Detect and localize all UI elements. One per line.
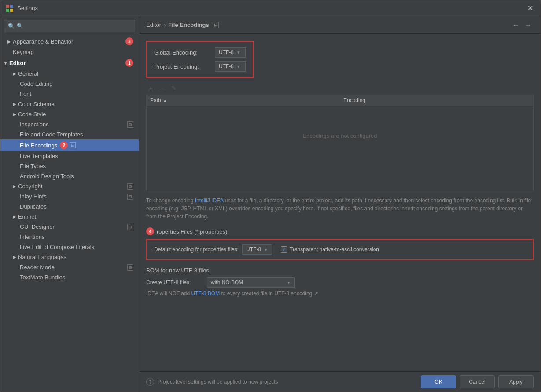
encoding-settings-box: Global Encoding: UTF-8 ▼ Project Encodin… [146, 41, 254, 78]
sidebar-item-label: Code Editing [20, 81, 52, 87]
sidebar-item-label: File Types [20, 163, 46, 169]
properties-encoding-dropdown[interactable]: UTF-8 ▼ [242, 244, 272, 255]
bom-info-text: IDEA will NOT add [146, 290, 191, 297]
edit-button[interactable]: ✎ [169, 83, 179, 93]
sidebar-item-label: File and Code Templates [20, 131, 83, 138]
ok-button[interactable]: OK [421, 375, 456, 388]
sidebar-item-general[interactable]: ▶ General [0, 69, 139, 79]
sidebar-item-label: Copyright [18, 183, 43, 190]
sidebar-item-label: Font [20, 91, 31, 97]
properties-title: roperties Files (*.properties) [157, 228, 227, 235]
settings-icon: ⊟ [127, 224, 133, 230]
bom-value: with NO BOM [211, 279, 284, 286]
bom-dropdown[interactable]: with NO BOM ▼ [207, 277, 295, 288]
panel-content: Global Encoding: UTF-8 ▼ Project Encodin… [139, 34, 541, 371]
dropdown-arrow-icon: ▼ [287, 280, 291, 285]
remove-button[interactable]: − [158, 83, 167, 93]
chevron-right-icon: ▶ [13, 214, 16, 219]
global-encoding-dropdown[interactable]: UTF-8 ▼ [215, 47, 246, 58]
sidebar-item-label: Color Scheme [18, 101, 54, 107]
forward-arrow[interactable]: → [523, 20, 534, 30]
dropdown-arrow-icon: ▼ [264, 247, 268, 252]
sidebar-item-color-scheme[interactable]: ▶ Color Scheme [0, 99, 139, 109]
bom-info-link[interactable]: UTF-8 BOM [191, 290, 220, 297]
apply-button[interactable]: Apply [498, 375, 534, 388]
breadcrumb-bar: Editor › File Encodings ⊟ ← → [139, 16, 541, 34]
badge-1: 1 [125, 59, 133, 67]
sidebar-item-appearance[interactable]: ▶ Appearance & Behavior 3 [0, 36, 139, 47]
sidebar-item-label: Live Templates [20, 153, 58, 159]
window-title: Settings [17, 5, 38, 11]
sidebar-item-label: Inspections [20, 121, 49, 128]
badge-4: 4 [146, 227, 154, 235]
sidebar-item-label: TextMate Bundles [20, 274, 65, 281]
sidebar-item-editor[interactable]: ▶ Editor 1 [0, 57, 139, 69]
path-column-header: Path ▲ [147, 95, 340, 106]
sidebar-item-file-types[interactable]: File Types [0, 161, 139, 171]
properties-label: Default encoding for properties files: [154, 246, 239, 253]
sidebar-item-label: General [18, 70, 38, 77]
sidebar-item-file-code-templates[interactable]: File and Code Templates [0, 129, 139, 139]
bom-info: IDEA will NOT add UTF-8 BOM to every cre… [146, 290, 534, 297]
sidebar-item-live-templates[interactable]: Live Templates [0, 151, 139, 161]
sidebar-item-label: Emmet [18, 213, 36, 220]
cancel-button[interactable]: Cancel [460, 375, 495, 388]
chevron-right-icon: ▶ [13, 102, 16, 106]
sidebar-item-label: File Encodings [20, 142, 57, 149]
sidebar-item-code-editing[interactable]: Code Editing [0, 79, 139, 89]
sidebar-item-label: Appearance & Behavior [13, 38, 73, 45]
sidebar-item-reader-mode[interactable]: Reader Mode ⊟ [0, 262, 139, 272]
global-encoding-value: UTF-8 [219, 49, 234, 55]
add-button[interactable]: + [146, 83, 156, 93]
search-input[interactable] [17, 23, 131, 29]
nav-arrows: ← → [511, 20, 534, 30]
project-encoding-dropdown[interactable]: UTF-8 ▼ [215, 61, 246, 72]
sidebar-item-copyright[interactable]: ▶ Copyright ⊟ [0, 181, 139, 191]
info-text-content: To change encoding [146, 198, 195, 204]
sidebar-item-label: Duplicates [20, 203, 47, 210]
sidebar-item-android-design-tools[interactable]: Android Design Tools [0, 171, 139, 181]
sidebar-item-duplicates[interactable]: Duplicates [0, 201, 139, 212]
panel-settings-icon[interactable]: ⊟ [213, 22, 219, 28]
table-toolbar: + − ✎ [146, 83, 534, 93]
native-to-ascii-checkbox-group[interactable]: ✓ Transparent native-to-ascii conversion [281, 246, 379, 253]
properties-row: Default encoding for properties files: U… [154, 244, 526, 255]
right-panel: Editor › File Encodings ⊟ ← → Global Enc… [139, 16, 541, 392]
help-icon[interactable]: ? [146, 378, 154, 386]
checkbox-icon[interactable]: ✓ [281, 246, 287, 253]
chevron-right-icon: ▶ [13, 255, 16, 260]
sidebar-item-keymap[interactable]: Keymap [0, 47, 139, 57]
search-box[interactable]: 🔍 [4, 20, 135, 32]
sidebar-item-label: Keymap [7, 49, 34, 55]
svg-rect-2 [6, 9, 9, 12]
sidebar-item-file-encodings[interactable]: File Encodings 2 ⊟ [0, 139, 139, 151]
search-icon: 🔍 [8, 23, 15, 29]
sidebar-item-live-edit[interactable]: Live Edit of Compose Literals [0, 242, 139, 252]
global-encoding-label: Global Encoding: [154, 49, 211, 56]
sidebar-item-label: Inlay Hints [20, 193, 47, 200]
sidebar-item-label: Code Style [18, 111, 46, 117]
close-button[interactable]: ✕ [525, 3, 535, 14]
sidebar-item-intentions[interactable]: Intentions [0, 232, 139, 242]
project-encoding-row: Project Encoding: UTF-8 ▼ [154, 61, 246, 72]
project-encoding-label: Project Encoding: [154, 63, 211, 70]
sidebar-item-label: Editor [9, 60, 26, 66]
sidebar-item-gui-designer[interactable]: GUI Designer ⊟ [0, 222, 139, 232]
sidebar-item-inspections[interactable]: Inspections ⊟ [0, 119, 139, 129]
breadcrumb-current: File Encodings [168, 22, 209, 28]
sidebar-item-font[interactable]: Font [0, 89, 139, 99]
main-content: 🔍 ▶ Appearance & Behavior 3 Keymap ▶ Edi… [0, 16, 541, 392]
sidebar: 🔍 ▶ Appearance & Behavior 3 Keymap ▶ Edi… [0, 16, 139, 392]
title-bar: Settings ✕ [0, 0, 541, 16]
sidebar-item-code-style[interactable]: ▶ Code Style [0, 109, 139, 119]
sidebar-item-inlay-hints[interactable]: Inlay Hints ⊟ [0, 191, 139, 201]
back-arrow[interactable]: ← [511, 20, 521, 30]
badge-2: 2 [60, 141, 68, 149]
sidebar-item-natural-languages[interactable]: ▶ Natural Languages [0, 252, 139, 262]
hint-text: Project-level settings will be applied t… [158, 379, 278, 385]
sidebar-item-emmet[interactable]: ▶ Emmet [0, 212, 139, 222]
sidebar-item-textmate-bundles[interactable]: TextMate Bundles [0, 272, 139, 282]
breadcrumb-parent[interactable]: Editor [146, 22, 161, 28]
sidebar-item-label: Intentions [20, 234, 44, 240]
checkbox-label: Transparent native-to-ascii conversion [290, 246, 379, 253]
